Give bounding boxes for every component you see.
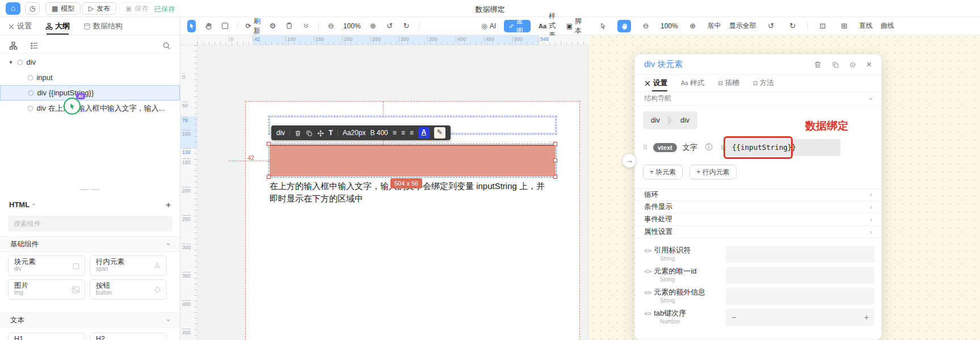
drag-handle-icon[interactable]: ⠿ bbox=[643, 144, 653, 152]
history-button[interactable]: ◷ bbox=[25, 2, 40, 15]
section-条件显示[interactable]: 条件显示› bbox=[635, 201, 881, 213]
group-basic-components[interactable]: 基础组件 › bbox=[0, 236, 180, 252]
refresh-button[interactable]: ⟳刷新 bbox=[246, 16, 260, 36]
bp-frame-icon[interactable]: ⊡ bbox=[816, 20, 830, 32]
structure-nav-row[interactable]: 结构导航 › bbox=[635, 92, 881, 106]
panel-resizer[interactable] bbox=[0, 187, 180, 192]
component-card-H2[interactable]: H2 bbox=[90, 333, 167, 340]
tab-数据结构[interactable]: 数据结构 bbox=[83, 17, 123, 35]
ai-button[interactable]: ◎AI bbox=[481, 22, 496, 30]
select-tool-button[interactable] bbox=[187, 20, 196, 32]
section-事件处理[interactable]: 事件处理› bbox=[635, 213, 881, 226]
script-button[interactable]: ▣脚本 bbox=[566, 16, 582, 36]
resize-handle-bl[interactable] bbox=[267, 175, 271, 179]
zoom-level[interactable]: 100% bbox=[343, 22, 361, 30]
canvas-viewport[interactable]: 76 42 div T Aa20px B 40 bbox=[197, 45, 588, 340]
background-color-button[interactable]: ✎ bbox=[434, 127, 445, 138]
tree-row[interactable]: ▼⬡div bbox=[0, 54, 180, 70]
ruler-label: 300 bbox=[399, 36, 409, 42]
field-input[interactable] bbox=[726, 288, 874, 305]
field-input[interactable]: −+ bbox=[726, 309, 874, 326]
add-component-button[interactable]: + bbox=[166, 200, 171, 209]
align-left-icon[interactable]: ≡ bbox=[393, 129, 397, 137]
font-color-button[interactable]: A bbox=[418, 127, 430, 138]
field-input[interactable] bbox=[726, 267, 874, 284]
delete-icon[interactable] bbox=[814, 60, 822, 69]
group-text-components[interactable]: 文本 › bbox=[0, 312, 180, 328]
card-tab-样式[interactable]: Aa样式 bbox=[681, 75, 704, 91]
resize-handle-tl[interactable] bbox=[267, 142, 271, 146]
resize-handle-mr[interactable] bbox=[553, 158, 557, 162]
blueprint-button[interactable]: 蓝图 bbox=[504, 20, 531, 32]
zoom-out-icon[interactable]: ⊖ bbox=[327, 20, 335, 32]
card-tab-插槽[interactable]: ⊟插槽 bbox=[718, 75, 739, 91]
hand-tool-button[interactable] bbox=[204, 20, 212, 32]
save-button[interactable]: ▣保存 bbox=[119, 2, 154, 15]
tree-search-icon[interactable] bbox=[162, 40, 171, 49]
card-tab-方法[interactable]: ⊡方法 bbox=[753, 75, 774, 91]
component-card-H1[interactable]: H1 bbox=[8, 333, 85, 340]
component-card-img[interactable]: 图片img bbox=[8, 279, 85, 300]
redo-icon[interactable]: ↻ bbox=[402, 20, 410, 32]
component-card-div[interactable]: 块元素div bbox=[8, 255, 85, 276]
tree-view-icon[interactable] bbox=[9, 40, 18, 49]
align-center-icon[interactable]: ≡ bbox=[401, 129, 405, 137]
card-tab-设置[interactable]: 设置 bbox=[644, 75, 667, 91]
bp-grid-icon[interactable]: ⊞ bbox=[838, 20, 851, 32]
bp-redo-icon[interactable]: ↻ bbox=[786, 20, 800, 32]
breadcrumb-item[interactable]: div bbox=[672, 116, 697, 124]
font-size-control[interactable]: Aa20px bbox=[343, 129, 366, 137]
component-card-span[interactable]: 行内元素span bbox=[90, 255, 167, 276]
resize-handle-br[interactable] bbox=[553, 175, 557, 179]
resize-handle-tr[interactable] bbox=[553, 142, 557, 146]
section-属性设置[interactable]: 属性设置› bbox=[635, 226, 881, 238]
settings-icon[interactable]: ⚙ bbox=[268, 20, 277, 32]
tree-row[interactable]: ⬡div 在上方的输入框中输入文字，输入... bbox=[0, 100, 180, 116]
frame-tool-button[interactable] bbox=[221, 20, 229, 32]
add-inline-button[interactable]: + 行内元素 bbox=[689, 165, 736, 179]
minus-button[interactable]: − bbox=[731, 313, 736, 322]
clipboard-icon[interactable] bbox=[285, 20, 293, 32]
layers-chevrons-icon[interactable] bbox=[302, 20, 310, 32]
bp-line-mode-button[interactable]: 直线 bbox=[859, 21, 873, 31]
undo-icon[interactable]: ↺ bbox=[385, 20, 394, 32]
bp-undo-icon[interactable]: ↺ bbox=[764, 20, 778, 32]
bp-select-tool-button[interactable] bbox=[596, 20, 609, 32]
tab-设置[interactable]: 设置 bbox=[8, 17, 32, 35]
component-search-input[interactable] bbox=[8, 216, 173, 232]
add-block-button[interactable]: + 块元素 bbox=[643, 165, 683, 179]
collapse-icon[interactable]: ⊙ bbox=[849, 60, 856, 69]
home-button[interactable]: ⌂ bbox=[6, 2, 20, 15]
bp-zoom-level[interactable]: 100% bbox=[661, 22, 678, 30]
bp-center-button[interactable]: 居中 bbox=[708, 21, 721, 31]
model-button[interactable]: ▦模型 bbox=[45, 2, 81, 15]
align-right-icon[interactable]: ≡ bbox=[410, 129, 414, 137]
zoom-in-icon[interactable]: ⊕ bbox=[369, 20, 377, 32]
bp-fit-button[interactable]: 显示全部 bbox=[729, 21, 756, 31]
breadcrumb-item[interactable]: div bbox=[643, 116, 668, 124]
component-card-button[interactable]: 按钮button bbox=[90, 279, 167, 300]
tab-大纲[interactable]: 大纲 bbox=[45, 17, 70, 35]
node-port[interactable]: → bbox=[622, 153, 637, 168]
components-header-label[interactable]: HTML bbox=[9, 200, 30, 209]
move-icon[interactable] bbox=[317, 129, 324, 137]
bp-zoom-out-icon[interactable]: ⊖ bbox=[639, 20, 653, 32]
info-icon[interactable]: ⓘ bbox=[705, 142, 713, 153]
bp-hand-tool-button[interactable] bbox=[617, 20, 631, 32]
bp-curve-mode-button[interactable]: 曲线 bbox=[881, 21, 894, 31]
copy-icon[interactable] bbox=[306, 129, 313, 137]
list-view-icon[interactable] bbox=[30, 40, 39, 49]
copy-icon[interactable] bbox=[832, 60, 839, 69]
section-循环[interactable]: 循环› bbox=[635, 188, 881, 201]
expand-caret-icon[interactable]: ▼ bbox=[8, 60, 14, 65]
text-tool-icon[interactable]: T bbox=[329, 129, 333, 137]
font-weight-control[interactable]: B 400 bbox=[370, 129, 388, 137]
tree-row[interactable]: ⬡div {{inputString}} bbox=[0, 85, 180, 100]
delete-icon[interactable] bbox=[295, 129, 301, 137]
publish-button[interactable]: ▷发布 bbox=[82, 2, 116, 15]
close-icon[interactable]: ✕ bbox=[866, 60, 872, 69]
bp-zoom-in-icon[interactable]: ⊕ bbox=[686, 20, 700, 32]
plus-button[interactable]: + bbox=[864, 313, 869, 322]
tree-row[interactable]: ⬡input bbox=[0, 70, 180, 85]
field-input[interactable] bbox=[726, 246, 874, 263]
